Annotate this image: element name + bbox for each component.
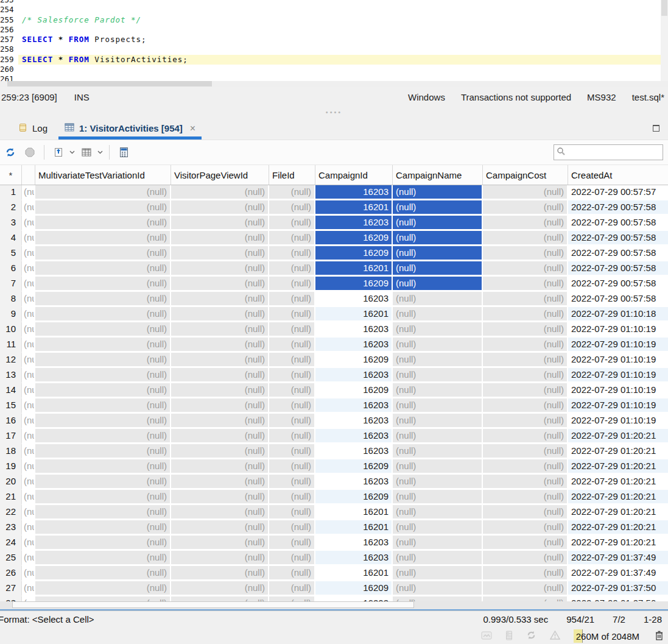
cell-multivariatetestvariationid[interactable]: (null) [35, 185, 171, 200]
cell-campaignid[interactable]: 16209 [315, 581, 393, 596]
close-icon[interactable]: × [190, 123, 195, 134]
cell-campaigncost[interactable]: (null) [483, 322, 568, 338]
cell-createdat[interactable]: 2022-07-29 01:37:50 [568, 596, 668, 601]
cell-visitorpageviewid[interactable]: (null) [171, 490, 269, 505]
cell-campaigncost[interactable]: (null) [483, 566, 568, 581]
cell-createdat[interactable]: 2022-07-29 01:10:19 [568, 368, 668, 383]
cell-multivariatetestvariationid[interactable]: (null) [35, 536, 171, 551]
row-number[interactable]: 8 [0, 292, 22, 307]
cell-fileid[interactable]: (null) [269, 414, 315, 429]
cell-campaignname[interactable]: (null) [393, 246, 483, 261]
cell-clipped[interactable]: (null) [22, 185, 35, 200]
cell-visitorpageviewid[interactable]: (null) [171, 475, 269, 490]
cell-campaignid[interactable]: 16203 [315, 414, 393, 429]
cell-campaignid[interactable]: 16209 [315, 459, 393, 475]
column-header-campaigncost[interactable]: CampaignCost [483, 165, 568, 185]
cell-visitorpageviewid[interactable]: (null) [171, 505, 269, 520]
cell-campaignname[interactable]: (null) [393, 414, 483, 429]
cell-campaignname[interactable]: (null) [393, 185, 483, 200]
row-number[interactable]: 3 [0, 216, 22, 231]
memory-gauge[interactable]: 260M of 2048M [574, 629, 642, 643]
cell-campaignname[interactable]: (null) [393, 368, 483, 383]
cell-clipped[interactable]: (null) [22, 566, 35, 581]
scrollbar-thumb[interactable] [12, 601, 414, 608]
cell-visitorpageviewid[interactable]: (null) [171, 429, 269, 444]
cell-clipped[interactable]: (null) [22, 596, 35, 601]
cell-createdat[interactable]: 2022-07-29 01:10:19 [568, 322, 668, 338]
cell-multivariatetestvariationid[interactable]: (null) [35, 353, 171, 368]
cell-createdat[interactable]: 2022-07-29 00:57:58 [568, 200, 668, 216]
cell-multivariatetestvariationid[interactable]: (null) [35, 551, 171, 566]
cell-visitorpageviewid[interactable]: (null) [171, 200, 269, 216]
row-number[interactable]: 17 [0, 429, 22, 444]
cell-fileid[interactable]: (null) [269, 368, 315, 383]
cell-campaigncost[interactable]: (null) [483, 353, 568, 368]
cell-visitorpageviewid[interactable]: (null) [171, 353, 269, 368]
cell-clipped[interactable]: (null) [22, 231, 35, 246]
cell-campaignid[interactable]: 16209 [315, 277, 393, 292]
cell-campaigncost[interactable]: (null) [483, 398, 568, 414]
cell-visitorpageviewid[interactable]: (null) [171, 185, 269, 200]
cell-fileid[interactable]: (null) [269, 246, 315, 261]
column-header-campaignid[interactable]: CampaignId [315, 165, 393, 185]
cell-visitorpageviewid[interactable]: (null) [171, 231, 269, 246]
row-number[interactable]: 13 [0, 368, 22, 383]
cell-visitorpageviewid[interactable]: (null) [171, 368, 269, 383]
cell-multivariatetestvariationid[interactable]: (null) [35, 398, 171, 414]
cell-multivariatetestvariationid[interactable]: (null) [35, 505, 171, 520]
row-number[interactable]: 4 [0, 231, 22, 246]
cell-multivariatetestvariationid[interactable]: (null) [35, 383, 171, 398]
cell-campaignid[interactable]: 16203 [315, 398, 393, 414]
row-number[interactable]: 20 [0, 475, 22, 490]
cell-campaignname[interactable]: (null) [393, 200, 483, 216]
tab-visitoractivities[interactable]: 1: VisitorActivities [954] × [56, 117, 204, 140]
cell-campaignid[interactable]: 16209 [315, 231, 393, 246]
cell-campaignid[interactable]: 16209 [315, 490, 393, 505]
row-number[interactable]: 11 [0, 338, 22, 353]
cell-campaignid[interactable]: 16201 [315, 261, 393, 277]
cell-createdat[interactable]: 2022-07-29 00:57:57 [568, 185, 668, 200]
cell-createdat[interactable]: 2022-07-29 01:20:21 [568, 475, 668, 490]
cell-campaignname[interactable]: (null) [393, 551, 483, 566]
cell-clipped[interactable]: (null) [22, 353, 35, 368]
cell-createdat[interactable]: 2022-07-29 01:20:21 [568, 520, 668, 536]
cell-campaignname[interactable]: (null) [393, 581, 483, 596]
cell-createdat[interactable]: 2022-07-29 00:57:58 [568, 292, 668, 307]
cell-fileid[interactable]: (null) [269, 551, 315, 566]
cell-campaigncost[interactable]: (null) [483, 581, 568, 596]
cell-campaignid[interactable]: 16201 [315, 505, 393, 520]
cell-visitorpageviewid[interactable]: (null) [171, 444, 269, 459]
stop-button[interactable] [22, 144, 38, 160]
garbage-collect-icon[interactable] [655, 631, 663, 642]
cell-campaignid[interactable]: 16203 [315, 475, 393, 490]
pane-splitter[interactable]: •••• [0, 108, 668, 117]
cell-fileid[interactable]: (null) [269, 459, 315, 475]
cell-fileid[interactable]: (null) [269, 444, 315, 459]
cell-visitorpageviewid[interactable]: (null) [171, 536, 269, 551]
cell-createdat[interactable]: 2022-07-29 01:20:21 [568, 505, 668, 520]
cell-clipped[interactable]: (null) [22, 414, 35, 429]
row-number[interactable]: 16 [0, 414, 22, 429]
cell-clipped[interactable]: (null) [22, 459, 35, 475]
cell-clipped[interactable]: (null) [22, 200, 35, 216]
cell-campaignname[interactable]: (null) [393, 353, 483, 368]
cell-createdat[interactable]: 2022-07-29 01:20:21 [568, 536, 668, 551]
cell-campaignid[interactable]: 16209 [315, 246, 393, 261]
cell-fileid[interactable]: (null) [269, 216, 315, 231]
cell-clipped[interactable]: (null) [22, 338, 35, 353]
cell-campaignname[interactable]: (null) [393, 277, 483, 292]
sync-icon[interactable] [526, 630, 536, 642]
cell-campaignid[interactable]: 16203 [315, 338, 393, 353]
cell-multivariatetestvariationid[interactable]: (null) [35, 368, 171, 383]
cell-campaignname[interactable]: (null) [393, 475, 483, 490]
cell-campaigncost[interactable]: (null) [483, 368, 568, 383]
cell-campaignid[interactable]: 16203 [315, 596, 393, 601]
cell-campaigncost[interactable]: (null) [483, 383, 568, 398]
cell-clipped[interactable]: (null) [22, 292, 35, 307]
cell-campaignname[interactable]: (null) [393, 338, 483, 353]
row-number[interactable]: 26 [0, 566, 22, 581]
grid-horizontal-scrollbar[interactable] [0, 601, 668, 609]
cell-visitorpageviewid[interactable]: (null) [171, 322, 269, 338]
calculator-button[interactable] [116, 144, 132, 160]
cell-clipped[interactable]: (null) [22, 475, 35, 490]
